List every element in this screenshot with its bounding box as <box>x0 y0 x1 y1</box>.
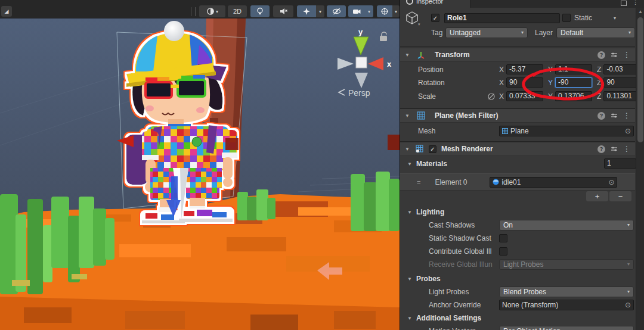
rotation-y-field[interactable]: -90 <box>555 77 592 88</box>
probes-foldout[interactable]: ▼ Probes <box>400 273 635 285</box>
shading-mode-button[interactable]: ▾ <box>199 5 225 17</box>
foldout-icon[interactable]: ▼ <box>405 52 410 58</box>
mesh-object-field[interactable]: Plane ⊙ <box>499 126 634 136</box>
gizmos-toggle-button[interactable] <box>377 5 392 17</box>
position-x-field[interactable]: -5.37 <box>506 64 543 74</box>
chevron-down-icon: ▾ <box>628 28 631 38</box>
kebab-menu-icon[interactable]: ⋮ <box>623 51 630 59</box>
effects-toggle-button[interactable] <box>297 5 316 17</box>
scale-x-field[interactable]: 0.07333 <box>506 91 543 101</box>
rotation-x-field[interactable]: 90 <box>506 77 543 88</box>
light-probes-dropdown[interactable]: Blend Probes ▾ <box>499 287 634 297</box>
mesh-renderer-header[interactable]: ▼ ✓ Mesh Renderer ? ⋮ <box>400 142 635 156</box>
object-picker-icon[interactable]: ⊙ <box>608 178 614 187</box>
window-restore-icon[interactable] <box>621 1 627 6</box>
z-axis-label: Z <box>597 79 601 87</box>
mesh-renderer-enabled-checkbox[interactable]: ✓ <box>429 145 436 153</box>
y-axis-label: Y <box>548 66 553 74</box>
foldout-icon[interactable]: ▼ <box>407 161 412 167</box>
static-shadow-caster-row: Static Shadow Cast <box>400 232 635 244</box>
drag-handle-icon[interactable]: = <box>417 179 420 186</box>
scrollbar-thumb[interactable] <box>637 17 643 142</box>
cast-shadows-row: Cast Shadows On ▾ <box>400 219 635 231</box>
effects-dropdown-button[interactable]: ▾ <box>316 5 324 17</box>
toolbar-drag-handle[interactable] <box>191 7 196 16</box>
contribute-gi-checkbox[interactable] <box>499 247 507 256</box>
material-element-row[interactable]: = Element 0 idle01 ⊙ <box>400 173 635 191</box>
mesh-value: Plane <box>510 126 529 136</box>
foldout-icon[interactable]: ▼ <box>405 113 410 119</box>
move-handle-right-icon[interactable] <box>225 138 239 150</box>
additional-settings-foldout[interactable]: ▼ Additional Settings <box>400 312 635 324</box>
help-icon[interactable]: ? <box>597 145 605 153</box>
presets-icon[interactable] <box>611 112 618 119</box>
presets-icon[interactable] <box>611 51 618 58</box>
audio-toggle-button[interactable] <box>273 5 293 17</box>
y-axis-label: Y <box>548 92 553 101</box>
kebab-menu-icon[interactable]: ⋮ <box>623 111 630 120</box>
2d-toggle-button[interactable]: 2D <box>228 5 247 17</box>
camera-settings-button[interactable] <box>348 5 365 17</box>
contribute-gi-row: Contribute Global Ill <box>400 245 635 257</box>
active-checkbox[interactable]: ✓ <box>431 14 439 22</box>
object-picker-icon[interactable]: ⊙ <box>625 126 631 136</box>
foldout-icon[interactable]: ▼ <box>407 276 412 282</box>
position-label: Position <box>400 66 496 74</box>
materials-foldout[interactable]: ▼ Materials <box>400 158 635 170</box>
window-menu-icon[interactable]: ⋮ <box>632 0 639 6</box>
camera-dropdown-button[interactable]: ▾ <box>365 5 373 17</box>
chevron-down-icon: ▾ <box>521 28 524 38</box>
transform-header[interactable]: ▼ Transform ? ⋮ <box>400 48 635 62</box>
static-shadow-checkbox[interactable] <box>499 234 507 242</box>
presets-icon[interactable] <box>611 145 618 152</box>
help-icon[interactable]: ? <box>597 112 605 120</box>
foldout-icon[interactable]: ▼ <box>407 316 412 321</box>
foldout-icon[interactable]: ▼ <box>407 210 412 215</box>
chevron-down-icon[interactable]: ▾ <box>418 22 420 27</box>
cast-shadows-dropdown[interactable]: On ▾ <box>499 220 634 231</box>
object-picker-icon[interactable]: ⊙ <box>625 300 631 310</box>
chevron-down-icon: ▾ <box>319 9 321 14</box>
additional-settings-title: Additional Settings <box>416 314 481 322</box>
move-handle-center-icon[interactable] <box>192 137 202 147</box>
foldout-icon[interactable]: ▼ <box>405 147 410 152</box>
tag-layer-row: Tag Untagged ▾ Layer Default ▾ <box>400 27 635 38</box>
overlay-menu-button[interactable]: ◢ <box>1 6 12 17</box>
scroll-up-icon[interactable]: ▲ <box>636 9 644 14</box>
cast-shadows-value: On <box>503 220 513 230</box>
tab-inspector[interactable]: Inspector <box>400 0 470 8</box>
hidden-objects-toggle-button[interactable] <box>327 5 346 17</box>
layer-dropdown[interactable]: Default ▾ <box>556 27 635 38</box>
static-checkbox[interactable] <box>562 14 571 22</box>
inspector-scrollbar[interactable]: ▲ <box>636 8 644 330</box>
element0-object-field[interactable]: idle01 ⊙ <box>490 177 617 188</box>
lighting-foldout[interactable]: ▼ Lighting <box>400 206 635 218</box>
mesh-filter-header[interactable]: ▼ Plane (Mesh Filter) ? ⋮ <box>400 108 635 123</box>
chevron-down-icon: ▾ <box>216 9 218 14</box>
corner-icon: ◢ <box>5 8 9 14</box>
anchor-override-field[interactable]: None (Transform) ⊙ <box>499 300 634 310</box>
gizmos-dropdown-button[interactable]: ▾ <box>392 5 400 17</box>
kebab-menu-icon[interactable]: ⋮ <box>623 145 630 153</box>
light-sphere-gizmo[interactable] <box>164 21 184 41</box>
gameobject-name-field[interactable]: Role1 <box>444 13 560 23</box>
position-y-field[interactable]: 1.1 <box>555 64 592 74</box>
cast-shadows-label: Cast Shadows <box>400 221 497 229</box>
z-axis-label: Z <box>597 92 601 101</box>
scene-viewport[interactable]: y x Persp <box>0 18 400 330</box>
remove-material-button[interactable]: − <box>609 191 631 201</box>
materials-count-field[interactable]: 1 <box>604 158 636 169</box>
mesh-grid-icon <box>417 111 425 120</box>
lightbulb-icon <box>256 7 264 15</box>
link-broken-icon[interactable] <box>487 92 496 101</box>
help-icon[interactable]: ? <box>597 51 605 59</box>
position-row: Position X -5.37 Y 1.1 Z -0.03 <box>400 63 635 76</box>
lighting-toggle-button[interactable] <box>250 5 270 17</box>
static-dropdown-icon[interactable]: ▾ <box>614 15 616 21</box>
tag-dropdown[interactable]: Untagged ▾ <box>445 27 528 38</box>
light-probes-label: Light Probes <box>400 288 497 296</box>
scene-view[interactable]: y x Persp ◢ ▾ 2D <box>0 0 400 330</box>
motion-vectors-dropdown[interactable]: Per Object Motion ▾ <box>499 326 634 330</box>
scale-y-field[interactable]: 0.13706 <box>555 91 592 101</box>
add-material-button[interactable]: + <box>586 191 608 201</box>
